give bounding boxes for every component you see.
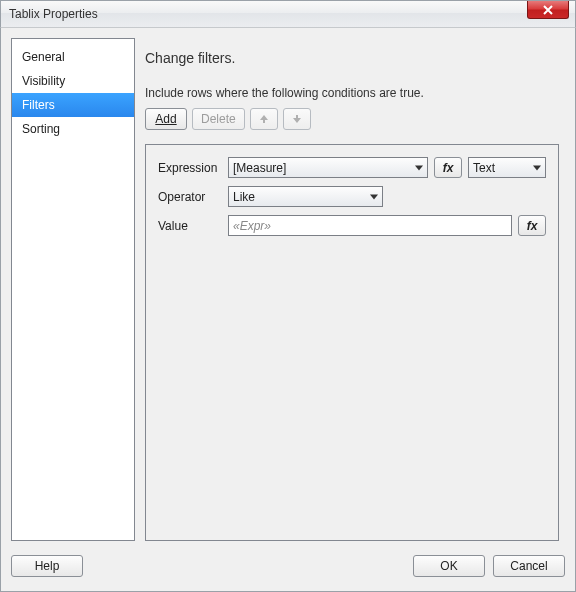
help-button[interactable]: Help xyxy=(11,555,83,577)
add-button-label: Add xyxy=(155,112,176,126)
title-bar: Tablix Properties xyxy=(0,0,576,28)
cancel-button-label: Cancel xyxy=(510,559,547,573)
expression-label: Expression xyxy=(158,161,222,175)
sidebar-item-label: Visibility xyxy=(22,74,65,88)
content-area: Change filters. Include rows where the f… xyxy=(145,38,565,541)
fx-icon: fx xyxy=(443,161,454,175)
add-button[interactable]: Add xyxy=(145,108,187,130)
filter-panel: Expression [Measure] fx Text Operator xyxy=(145,144,559,541)
delete-button-label: Delete xyxy=(201,112,236,126)
nav-sidebar: General Visibility Filters Sorting xyxy=(11,38,135,541)
arrow-up-icon xyxy=(259,114,269,124)
sidebar-item-label: Sorting xyxy=(22,122,60,136)
type-value: Text xyxy=(473,161,495,175)
expression-fx-button[interactable]: fx xyxy=(434,157,462,178)
sidebar-item-general[interactable]: General xyxy=(12,45,134,69)
dialog-footer: Help OK Cancel xyxy=(11,541,565,581)
expression-combo[interactable]: [Measure] xyxy=(228,157,428,178)
operator-value: Like xyxy=(233,190,255,204)
dialog-client: General Visibility Filters Sorting Chang… xyxy=(0,28,576,592)
close-icon xyxy=(543,5,553,15)
arrow-down-icon xyxy=(292,114,302,124)
help-button-label: Help xyxy=(35,559,60,573)
value-label: Value xyxy=(158,219,222,233)
operator-label: Operator xyxy=(158,190,222,204)
delete-button: Delete xyxy=(192,108,245,130)
fx-icon: fx xyxy=(527,219,538,233)
sidebar-item-visibility[interactable]: Visibility xyxy=(12,69,134,93)
chevron-down-icon xyxy=(415,165,423,170)
cancel-button[interactable]: Cancel xyxy=(493,555,565,577)
close-button[interactable] xyxy=(527,1,569,19)
expression-value: [Measure] xyxy=(233,161,286,175)
move-down-button xyxy=(283,108,311,130)
page-heading: Change filters. xyxy=(145,50,559,66)
page-description: Include rows where the following conditi… xyxy=(145,86,559,100)
sidebar-item-label: General xyxy=(22,50,65,64)
value-input[interactable]: «Expr» xyxy=(228,215,512,236)
window-title: Tablix Properties xyxy=(9,7,98,21)
ok-button[interactable]: OK xyxy=(413,555,485,577)
move-up-button xyxy=(250,108,278,130)
value-placeholder: «Expr» xyxy=(233,219,271,233)
operator-row: Operator Like xyxy=(158,186,546,207)
filter-toolbar: Add Delete xyxy=(145,108,559,130)
expression-row: Expression [Measure] fx Text xyxy=(158,157,546,178)
value-fx-button[interactable]: fx xyxy=(518,215,546,236)
chevron-down-icon xyxy=(533,165,541,170)
chevron-down-icon xyxy=(370,194,378,199)
type-combo[interactable]: Text xyxy=(468,157,546,178)
sidebar-item-label: Filters xyxy=(22,98,55,112)
ok-button-label: OK xyxy=(440,559,457,573)
value-row: Value «Expr» fx xyxy=(158,215,546,236)
sidebar-item-filters[interactable]: Filters xyxy=(12,93,134,117)
main-row: General Visibility Filters Sorting Chang… xyxy=(11,38,565,541)
sidebar-item-sorting[interactable]: Sorting xyxy=(12,117,134,141)
operator-combo[interactable]: Like xyxy=(228,186,383,207)
